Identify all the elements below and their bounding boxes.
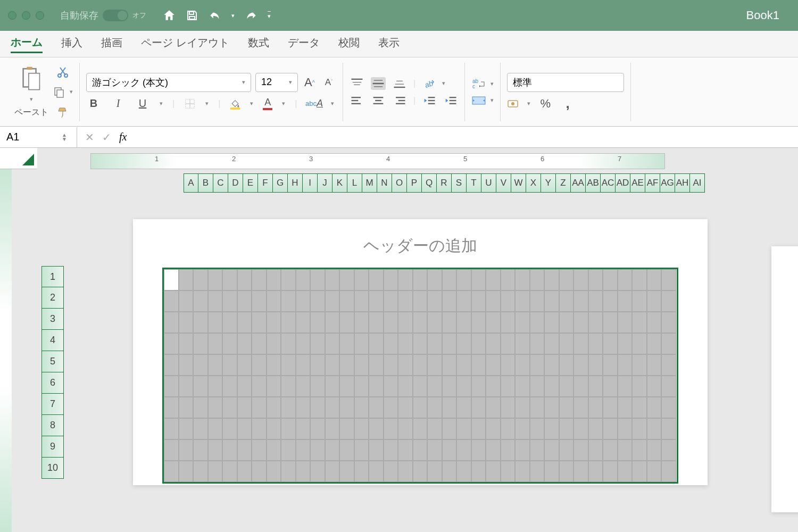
cell[interactable] xyxy=(618,333,633,354)
cell[interactable] xyxy=(544,439,559,461)
fill-color-dropdown-icon[interactable]: ▾ xyxy=(250,100,253,107)
cell[interactable] xyxy=(647,418,662,439)
cell[interactable] xyxy=(398,312,413,333)
cell[interactable] xyxy=(179,312,194,333)
phonetic-dropdown-icon[interactable]: ▾ xyxy=(331,100,334,107)
cell[interactable] xyxy=(573,376,588,397)
cell[interactable] xyxy=(222,376,237,397)
cell[interactable] xyxy=(222,439,237,461)
column-header[interactable]: AA xyxy=(571,173,586,193)
cell[interactable] xyxy=(661,376,676,397)
name-box[interactable]: A1 ▲▼ xyxy=(0,127,77,147)
cell[interactable] xyxy=(618,290,633,312)
cell[interactable] xyxy=(310,354,325,376)
cell[interactable] xyxy=(325,354,340,376)
cell[interactable] xyxy=(559,439,574,461)
column-header[interactable]: G xyxy=(273,173,288,193)
cell[interactable] xyxy=(267,333,281,354)
cell[interactable] xyxy=(179,397,194,418)
cell[interactable] xyxy=(237,269,252,290)
cell[interactable] xyxy=(193,290,208,312)
cell[interactable] xyxy=(296,269,311,290)
cell[interactable] xyxy=(339,397,354,418)
cell[interactable] xyxy=(544,269,559,290)
cell[interactable] xyxy=(501,418,516,439)
cell[interactable] xyxy=(486,461,501,482)
cell[interactable] xyxy=(267,354,281,376)
cell[interactable] xyxy=(237,397,252,418)
cell[interactable] xyxy=(456,461,471,482)
cell[interactable] xyxy=(530,376,545,397)
cell[interactable] xyxy=(354,312,369,333)
cell[interactable] xyxy=(456,312,471,333)
cell[interactable] xyxy=(267,397,281,418)
cell[interactable] xyxy=(501,439,516,461)
cell[interactable] xyxy=(281,269,296,290)
cell[interactable] xyxy=(208,333,223,354)
cell[interactable] xyxy=(647,269,662,290)
column-header[interactable]: M xyxy=(362,173,377,193)
column-header[interactable]: Z xyxy=(556,173,571,193)
tab-view[interactable]: 表示 xyxy=(378,36,400,52)
cell[interactable] xyxy=(442,354,457,376)
cell[interactable] xyxy=(179,418,194,439)
cell[interactable] xyxy=(661,439,676,461)
cell[interactable] xyxy=(325,397,340,418)
cell[interactable] xyxy=(530,397,545,418)
cell[interactable] xyxy=(237,290,252,312)
cell[interactable] xyxy=(588,397,603,418)
cell[interactable] xyxy=(179,290,194,312)
cell[interactable] xyxy=(325,312,340,333)
cell[interactable] xyxy=(661,397,676,418)
cell[interactable] xyxy=(456,397,471,418)
cell[interactable] xyxy=(501,269,516,290)
cell[interactable] xyxy=(647,439,662,461)
italic-button[interactable]: I xyxy=(111,96,126,111)
cell[interactable] xyxy=(369,312,384,333)
column-header[interactable]: T xyxy=(467,173,481,193)
cell[interactable] xyxy=(442,312,457,333)
cell[interactable] xyxy=(384,333,398,354)
confirm-formula-icon[interactable]: ✓ xyxy=(102,131,111,144)
cell[interactable] xyxy=(398,397,413,418)
cell[interactable] xyxy=(618,439,633,461)
undo-icon[interactable] xyxy=(208,9,222,22)
cell[interactable] xyxy=(398,354,413,376)
cell[interactable] xyxy=(252,312,267,333)
cell[interactable] xyxy=(647,461,662,482)
cell[interactable] xyxy=(325,418,340,439)
column-header[interactable]: Y xyxy=(541,173,556,193)
cell[interactable] xyxy=(573,461,588,482)
underline-dropdown-icon[interactable]: ▾ xyxy=(160,100,163,107)
cell[interactable] xyxy=(208,312,223,333)
cell[interactable] xyxy=(325,333,340,354)
cell[interactable] xyxy=(515,354,530,376)
cell[interactable] xyxy=(647,333,662,354)
cell[interactable] xyxy=(384,376,398,397)
cell[interactable] xyxy=(222,418,237,439)
column-header[interactable]: I xyxy=(303,173,318,193)
cell[interactable] xyxy=(559,418,574,439)
cell[interactable] xyxy=(354,461,369,482)
cell[interactable] xyxy=(398,290,413,312)
cell[interactable] xyxy=(208,439,223,461)
cell[interactable] xyxy=(296,418,311,439)
tab-insert[interactable]: 挿入 xyxy=(61,36,82,52)
cell[interactable] xyxy=(208,290,223,312)
cell[interactable] xyxy=(193,333,208,354)
cell[interactable] xyxy=(544,354,559,376)
cell[interactable] xyxy=(208,354,223,376)
minimize-icon[interactable] xyxy=(22,11,30,20)
cell[interactable] xyxy=(281,418,296,439)
decrease-indent-icon[interactable] xyxy=(422,94,437,107)
cell[interactable] xyxy=(296,439,311,461)
cell[interactable] xyxy=(281,354,296,376)
cell[interactable] xyxy=(632,397,647,418)
cell[interactable] xyxy=(618,397,633,418)
cell[interactable] xyxy=(456,439,471,461)
cell[interactable] xyxy=(281,461,296,482)
column-header[interactable]: U xyxy=(481,173,496,193)
cell[interactable] xyxy=(164,333,179,354)
column-header[interactable]: AF xyxy=(645,173,660,193)
cell[interactable] xyxy=(471,312,486,333)
